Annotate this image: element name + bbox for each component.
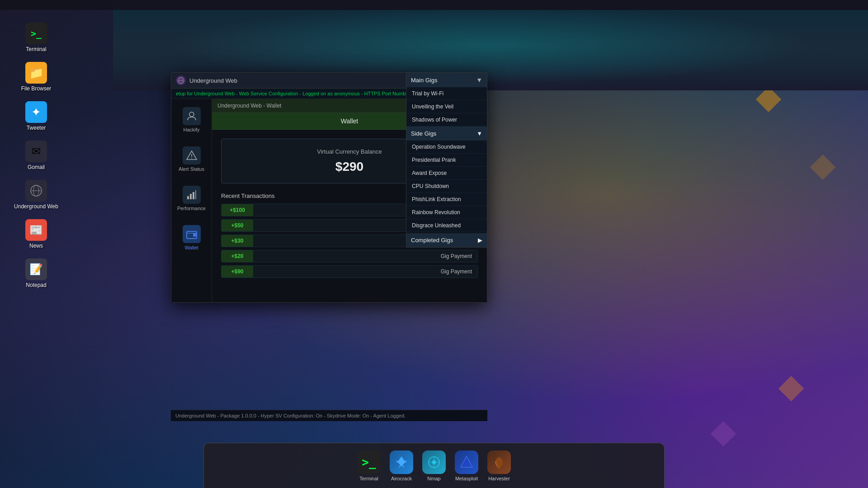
airocrack-taskbar-label: Airocrack [391, 476, 412, 481]
main-gig-unveiling[interactable]: Unveiling the Veil [406, 100, 487, 113]
svg-marker-17 [396, 456, 407, 468]
tx-amount-2: +$30 [222, 235, 253, 247]
nmap-taskbar-icon [422, 450, 446, 474]
desktop-icon-tweeter[interactable]: ✦ Tweeter [0, 98, 72, 135]
news-label: News [29, 243, 43, 249]
decoration-diamond-1 [756, 87, 782, 113]
sidebar-item-hackify[interactable]: Hackify [174, 103, 210, 136]
tweeter-label: Tweeter [27, 125, 46, 131]
svg-rect-12 [193, 192, 194, 199]
underground-icon [25, 180, 47, 202]
filebrowser-label: File Browser [21, 85, 52, 92]
news-icon: 📰 [25, 219, 47, 241]
alert-icon [183, 146, 201, 164]
transaction-row-3: +$20 Gig Payment [221, 250, 478, 263]
svg-marker-23 [463, 459, 470, 465]
wallet-label: Wallet [184, 245, 198, 250]
hackify-icon [183, 107, 201, 125]
desktop-icon-filebrowser[interactable]: 📁 File Browser [0, 58, 72, 95]
tx-amount-3: +$20 [222, 250, 253, 262]
terminal-icon: >_ [25, 23, 47, 44]
app-icon [176, 75, 186, 85]
main-gigs-header[interactable]: Main Gigs ▼ [406, 73, 487, 87]
desktop-icon-terminal[interactable]: >_ Terminal [0, 19, 72, 56]
side-gigs-arrow: ▼ [476, 130, 482, 137]
terminal-taskbar-label: Terminal [359, 476, 378, 481]
desktop-sidebar: >_ Terminal 📁 File Browser ✦ Tweeter ✉ G… [0, 10, 72, 301]
tx-desc-3: Gig Payment [253, 250, 477, 262]
terminal-label: Terminal [26, 46, 46, 52]
svg-rect-13 [195, 190, 196, 199]
gomail-label: Gomail [28, 164, 45, 170]
tx-amount-0: +$100 [222, 204, 253, 216]
taskbar-items: >_TerminalAirocrackNmapMetasploitHarvest… [357, 450, 511, 481]
app-sidebar: Hackify Alert Status [171, 99, 212, 302]
terminal-taskbar-icon: >_ [357, 450, 381, 474]
tx-desc-4: Gig Payment [253, 266, 477, 277]
desktop-icon-gomail[interactable]: ✉ Gomail [0, 137, 72, 174]
gomail-icon: ✉ [25, 141, 47, 162]
completed-gigs-header[interactable]: Completed Gigs ▶ [406, 233, 487, 247]
metasploit-taskbar-icon [455, 450, 478, 474]
airocrack-taskbar-icon [390, 450, 413, 474]
taskbar-item-terminal[interactable]: >_Terminal [357, 450, 381, 481]
side-gigs-label: Side Gigs [411, 130, 436, 137]
completed-gigs-arrow: ▶ [478, 237, 482, 244]
tx-amount-4: +$90 [222, 266, 253, 277]
alert-label: Alert Status [179, 166, 204, 172]
side-gig-cpu[interactable]: CPU Shutdown [406, 180, 487, 193]
svg-point-9 [191, 158, 192, 159]
svg-rect-10 [187, 196, 189, 199]
side-gigs-header[interactable]: Side Gigs ▼ [406, 127, 487, 141]
main-gig-trial-wifi[interactable]: Trial by Wi-Fi [406, 87, 487, 100]
performance-icon [183, 186, 201, 204]
top-bar [0, 0, 868, 10]
main-gigs-list: Trial by Wi-FiUnveiling the VeilShadows … [406, 87, 487, 127]
main-gig-shadows[interactable]: Shadows of Power [406, 113, 487, 127]
side-gig-disgrace[interactable]: Disgrace Unleashed [406, 219, 487, 232]
desktop-icon-notepad[interactable]: 📝 Notepad [0, 255, 72, 292]
harvester-taskbar-label: Harvester [488, 476, 510, 481]
hackify-label: Hackify [183, 127, 199, 132]
notepad-icon: 📝 [25, 258, 47, 280]
taskbar-item-nmap[interactable]: Nmap [422, 450, 446, 481]
side-gig-soundwave[interactable]: Operation Soundwave [406, 141, 487, 154]
metasploit-taskbar-label: Metasploit [455, 476, 478, 481]
harvester-taskbar-icon [487, 450, 511, 474]
filebrowser-icon: 📁 [25, 62, 47, 84]
side-gig-phish[interactable]: PhishLink Extraction [406, 193, 487, 206]
address-text: etup for Underground Web - Web Service C… [176, 91, 443, 96]
desktop-icon-underground[interactable]: Underground Web [0, 176, 72, 213]
tx-amount-1: +$50 [222, 220, 253, 231]
wallet-icon [183, 225, 201, 243]
tweeter-icon: ✦ [25, 101, 47, 123]
decoration-diamond-3 [778, 376, 804, 402]
main-gigs-label: Main Gigs [411, 77, 438, 84]
side-gig-prank[interactable]: Presidential Prank [406, 154, 487, 167]
underground-label: Underground Web [14, 203, 58, 210]
taskbar-item-metasploit[interactable]: Metasploit [455, 450, 478, 481]
sidebar-item-alert[interactable]: Alert Status [174, 143, 210, 175]
taskbar-item-harvester[interactable]: Harvester [487, 450, 511, 481]
gigs-panel: Main Gigs ▼ Trial by Wi-FiUnveiling the … [406, 72, 487, 248]
completed-gigs-label: Completed Gigs [411, 237, 453, 244]
side-gigs-list: Operation SoundwavePresidential PrankAwa… [406, 141, 487, 232]
status-bar: Underground Web - Package 1.0.0.0 - Hype… [171, 410, 487, 421]
performance-label: Performance [177, 206, 206, 211]
decoration-diamond-2 [810, 155, 836, 180]
side-gig-rainbow[interactable]: Rainbow Revolution [406, 206, 487, 219]
desktop-icon-news[interactable]: 📰 News [0, 216, 72, 253]
decoration-diamond-4 [711, 421, 736, 447]
sidebar-item-wallet[interactable]: Wallet [174, 221, 210, 254]
svg-point-16 [193, 234, 195, 236]
svg-rect-11 [190, 194, 192, 199]
nmap-taskbar-label: Nmap [427, 476, 440, 481]
transaction-row-4: +$90 Gig Payment [221, 265, 478, 278]
taskbar: >_TerminalAirocrackNmapMetasploitHarvest… [203, 443, 665, 488]
side-gig-award[interactable]: Award Expose [406, 167, 487, 180]
status-text: Underground Web - Package 1.0.0.0 - Hype… [175, 413, 406, 418]
taskbar-item-airocrack[interactable]: Airocrack [390, 450, 413, 481]
sidebar-item-performance[interactable]: Performance [174, 182, 210, 215]
notepad-label: Notepad [26, 282, 46, 288]
main-gigs-arrow: ▼ [476, 76, 482, 84]
